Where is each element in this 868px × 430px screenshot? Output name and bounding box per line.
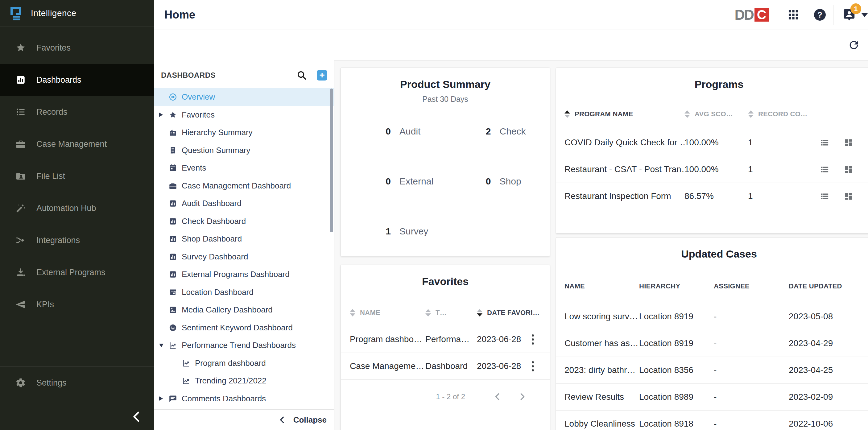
case-row[interactable]: 2023: dirty bathr… Location 8356 - 2023-…	[556, 357, 868, 384]
program-row-actions	[820, 138, 868, 148]
brand: Intelligence	[0, 0, 154, 27]
dashboard-nav-item[interactable]: Program dashboard	[154, 355, 334, 372]
stat-label: External	[399, 176, 433, 187]
dashboard-tiles-icon[interactable]	[844, 138, 853, 148]
refresh-icon[interactable]	[848, 39, 860, 51]
sort-icon	[684, 111, 690, 118]
card-subtitle: Past 30 Days	[341, 95, 550, 104]
view-list-icon[interactable]	[820, 138, 830, 148]
help-icon[interactable]: ?	[814, 9, 826, 21]
sidebar-item[interactable]: Automation Hub	[0, 192, 154, 224]
dashboard-nav-item[interactable]: Overview	[154, 88, 334, 106]
case-row[interactable]: Review Results Location 8989 - 2023-02-0…	[556, 384, 868, 410]
dashboard-nav-item[interactable]: Audit Dashboard	[154, 195, 334, 213]
favorite-row[interactable]: Case Manageme… Dashboard 2023-06-28	[341, 353, 550, 380]
dashboard-nav-item[interactable]: Media Gallery Dashboard	[154, 301, 334, 319]
case-hierarchy: Location 8919	[639, 338, 714, 348]
case-hierarchy: Location 8989	[639, 392, 714, 402]
case-row[interactable]: Low scoring surv… Location 8919 - 2023-0…	[556, 303, 868, 330]
column-header[interactable]: DATE UPDATED	[789, 282, 868, 290]
case-row[interactable]: Customer has as… Location 8919 - 2023-04…	[556, 330, 868, 357]
column-header[interactable]: ASSIGNEE	[714, 282, 789, 290]
program-avg-score: 100.00%	[684, 137, 748, 148]
dashboard-nav-item[interactable]: Location Dashboard	[154, 283, 334, 301]
dashboard-tiles-icon[interactable]	[844, 165, 853, 174]
sidebar-collapse-button[interactable]	[130, 410, 144, 424]
column-header[interactable]: RECORD CO…	[748, 110, 820, 118]
panel-collapse-button[interactable]: Collapse	[154, 409, 334, 430]
row-menu-kebab-icon[interactable]	[531, 360, 535, 373]
ddc-logo-c: C	[754, 8, 769, 22]
sidebar-item[interactable]: Dashboards	[0, 64, 154, 96]
program-avg-score: 86.57%	[684, 191, 748, 201]
sidebar-item[interactable]: Favorites	[0, 32, 154, 64]
program-row[interactable]: COVID Daily Quick Check for … 100.00% 1	[556, 129, 868, 156]
folder-user-icon	[16, 171, 26, 181]
dashboard-nav-item[interactable]: Question Summary	[154, 142, 334, 159]
sidebar-item[interactable]: Integrations	[0, 224, 154, 256]
dashboard-nav-item[interactable]: Performance Trend Dashboards	[154, 337, 334, 355]
notifications-button[interactable]: 1	[842, 8, 856, 22]
dashboard-nav-item[interactable]: Shop Dashboard	[154, 230, 334, 248]
sidebar-item[interactable]: External Programs	[0, 256, 154, 288]
dashboard-nav-item[interactable]: Sentiment Keyword Dashboard	[154, 319, 334, 337]
case-name: Customer has as…	[564, 338, 639, 348]
sidebar-footer: Settings	[0, 366, 154, 399]
program-row[interactable]: Restaurant - CSAT - Post Tran… 100.00% 1	[556, 156, 868, 183]
row-menu-kebab-icon[interactable]	[531, 333, 535, 346]
sidebar-item[interactable]: KPIs	[0, 288, 154, 320]
favorite-row[interactable]: Program dashbo… Performa… 2023-06-28	[341, 326, 550, 353]
expander-icon[interactable]	[159, 113, 169, 117]
sidebar-item-settings[interactable]: Settings	[0, 367, 154, 399]
briefcase-icon	[16, 139, 26, 149]
sidebar-item[interactable]: File List	[0, 160, 154, 192]
favorite-type: Performa…	[425, 334, 477, 344]
case-name: Low scoring surv…	[564, 312, 639, 321]
sidebar-item[interactable]: Case Management	[0, 128, 154, 160]
chevron-right-icon[interactable]	[518, 392, 527, 401]
view-list-icon[interactable]	[820, 165, 830, 174]
stat-item: 0 Audit	[370, 106, 451, 156]
case-date-updated: 2023-04-29	[789, 338, 868, 348]
dashboard-nav-item[interactable]: Hierarchy Summary	[154, 124, 334, 142]
add-dashboard-button[interactable]: +	[317, 70, 327, 81]
expander-icon[interactable]	[159, 396, 169, 401]
page-title: Home	[164, 8, 195, 21]
chevron-left-icon[interactable]	[493, 392, 502, 401]
programs-card: Programs PROGRAM NAME AVG SCO… RECORD CO…	[556, 67, 868, 234]
sidebar-item[interactable]: Records	[0, 96, 154, 128]
dashboards-panel-header: DASHBOARDS +	[154, 60, 334, 88]
dashboard-nav-item[interactable]: Survey Dashboard	[154, 248, 334, 266]
scrollbar-thumb[interactable]	[330, 89, 333, 232]
column-header[interactable]: AVG SCO…	[684, 110, 748, 118]
dashboard-nav-item[interactable]: Check Dashboard	[154, 213, 334, 231]
dashboard-nav-item[interactable]: Case Management Dashboard	[154, 177, 334, 195]
column-header[interactable]: NAME	[564, 282, 639, 290]
dashboard-nav-item[interactable]: Comments Dashboards	[154, 390, 334, 408]
column-header[interactable]: HIERARCHY	[639, 282, 714, 290]
dashboard-nav-item[interactable]: External Programs Dashboard	[154, 266, 334, 283]
favorites-card: Favorites NAME T… DATE FAVORI… Program d…	[341, 265, 550, 430]
dashboard-tiles-icon[interactable]	[844, 191, 853, 201]
column-header[interactable]: PROGRAM NAME	[564, 110, 684, 118]
favorite-type: Dashboard	[425, 361, 477, 371]
dashboard-nav-item[interactable]: Events	[154, 159, 334, 177]
column-header[interactable]: NAME	[350, 309, 425, 317]
dashboard-nav-item[interactable]: Favorites	[154, 106, 334, 124]
view-list-icon[interactable]	[820, 191, 830, 201]
apps-grid-icon[interactable]	[787, 9, 799, 21]
column-header[interactable]: T…	[425, 309, 477, 317]
program-record-count: 1	[748, 164, 820, 174]
program-row[interactable]: Restaurant Inspection Form 86.57% 1	[556, 183, 868, 210]
column-header[interactable]: DATE FAVORI…	[477, 309, 525, 317]
dashboard-nav-item[interactable]: Trending 2021/2022	[154, 372, 334, 390]
search-icon[interactable]	[297, 70, 307, 81]
caret-down-icon[interactable]	[861, 13, 868, 17]
favorites-table-body: Program dashbo… Performa… 2023-06-28 Cas…	[341, 326, 550, 380]
panel-title: DASHBOARDS	[161, 71, 297, 80]
sidebar-menu: Favorites Dashboards Records Case Manage…	[0, 27, 154, 320]
send-icon	[16, 299, 26, 310]
case-row[interactable]: Lobby Cleanliness Location 8918 - 2022-1…	[556, 410, 868, 430]
building-icon	[169, 128, 177, 137]
expander-icon[interactable]	[159, 344, 169, 347]
